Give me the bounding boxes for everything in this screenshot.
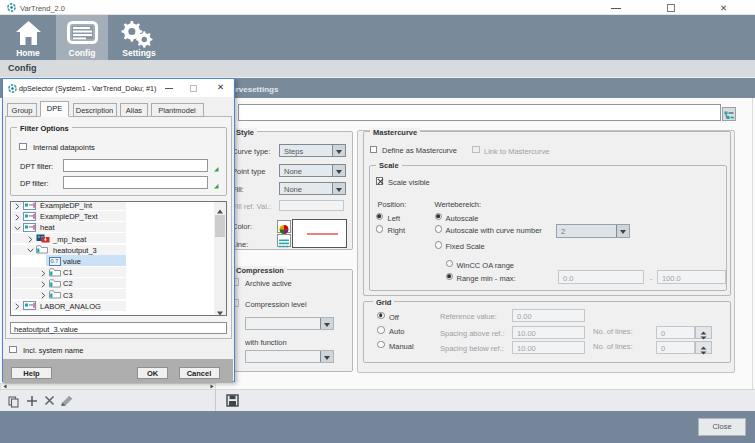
svg-text:0.7: 0.7 [51,258,59,264]
